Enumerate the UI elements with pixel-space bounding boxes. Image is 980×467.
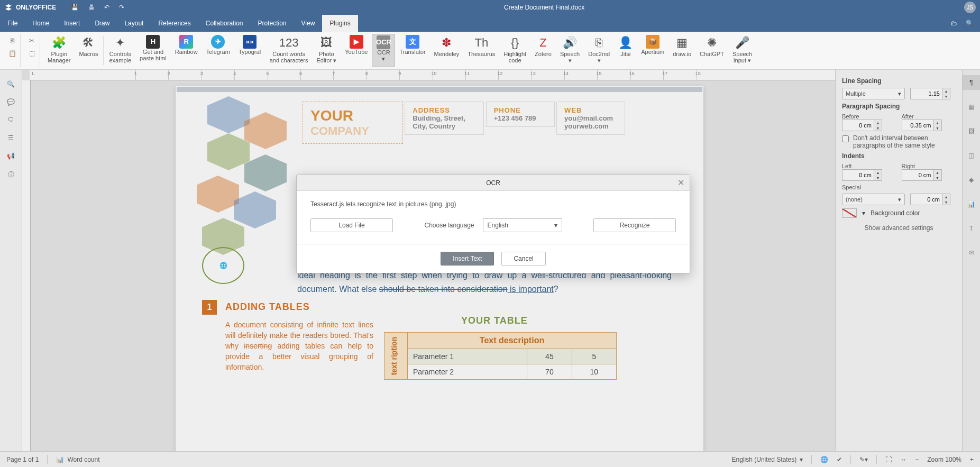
dialog-titlebar[interactable]: OCR ✕ [297, 175, 690, 191]
plugin-telegram[interactable]: ✈Telegram [202, 34, 234, 67]
plugin-controls[interactable]: ✦Controlsexample [105, 34, 135, 67]
titlebar: ONLYOFFICE 💾 🖶 ↶ ↷ Create Document Final… [0, 0, 980, 15]
dialog-title: OCR [486, 179, 500, 187]
redo-icon[interactable]: ↷ [119, 4, 124, 11]
plugin-speech[interactable]: 🔊Speech▾ [556, 34, 584, 67]
plugin-get-and[interactable]: HGet andpaste html [135, 34, 171, 67]
app-name: ONLYOFFICE [16, 4, 56, 11]
tab-collaboration[interactable]: Collaboration [198, 15, 251, 32]
app-logo: ONLYOFFICE [4, 3, 56, 12]
undo-icon[interactable]: ↶ [104, 4, 109, 11]
user-avatar[interactable]: JS [964, 2, 976, 13]
plugin-translator[interactable]: 文Translator [395, 34, 429, 67]
tab-plugins[interactable]: Plugins [322, 15, 358, 32]
tab-file[interactable]: File [0, 15, 25, 32]
paste-icon[interactable]: 📋 [7, 49, 17, 58]
plugin-speech[interactable]: 🎤Speechinput ▾ [728, 34, 756, 67]
open-location-icon[interactable]: 🗁 [951, 20, 957, 27]
plugin-zotero[interactable]: ZZotero [530, 34, 556, 67]
plugin-jitsi[interactable]: 👤Jitsi [614, 34, 637, 67]
cancel-button[interactable]: Cancel [501, 252, 545, 265]
close-icon[interactable]: ✕ [677, 178, 684, 188]
tab-view[interactable]: View [294, 15, 323, 32]
insert-text-button[interactable]: Insert Text [441, 252, 494, 265]
plugin-typograf[interactable]: «»Typograf [234, 34, 265, 67]
document-title: Create Document Final.docx [124, 4, 964, 11]
tab-layout[interactable]: Layout [117, 15, 151, 32]
plugin-apertium[interactable]: 📦Apertium [637, 34, 668, 67]
tab-protection[interactable]: Protection [251, 15, 294, 32]
dialog-description: Tesseract.js lets recognize text in pict… [310, 200, 676, 208]
plugin-thesaurus[interactable]: ThThesaurus [463, 34, 499, 67]
plugin-doc2md[interactable]: ⎘Doc2md▾ [584, 34, 614, 67]
plugin-draw-io[interactable]: ▦draw.io [668, 34, 695, 67]
plugin-rainbow[interactable]: RRainbow [171, 34, 202, 67]
language-select[interactable]: English▾ [483, 218, 562, 232]
save-icon[interactable]: 💾 [71, 4, 79, 11]
language-label: Choose language [424, 222, 474, 229]
menubar: FileHomeInsertDrawLayoutReferencesCollab… [0, 15, 980, 32]
tab-draw[interactable]: Draw [87, 15, 117, 32]
plugin-macros[interactable]: 🛠Macros [75, 34, 102, 67]
tab-insert[interactable]: Insert [57, 15, 87, 32]
onlyoffice-icon [4, 3, 13, 12]
select-icon[interactable]: ⬚ [27, 49, 36, 58]
tab-references[interactable]: References [151, 15, 198, 32]
ribbon: ⎘ 📋 ✂ ⬚ 🧩PluginManager🛠Macros✦Controlsex… [0, 32, 980, 70]
copy-icon[interactable]: ⎘ [7, 36, 17, 45]
plugin-photo[interactable]: 🖼PhotoEditor ▾ [312, 34, 341, 67]
plugin-mendeley[interactable]: ✽Mendeley [430, 34, 464, 67]
plugin-chatgpt[interactable]: ✺ChatGPT [695, 34, 728, 67]
cut-icon[interactable]: ✂ [27, 36, 36, 45]
load-file-button[interactable]: Load File [310, 218, 393, 232]
print-icon[interactable]: 🖶 [88, 4, 95, 11]
quick-access-toolbar: 💾 🖶 ↶ ↷ [71, 4, 124, 11]
plugin-youtube[interactable]: ▶YouTube [341, 34, 372, 67]
plugin-plugin[interactable]: 🧩PluginManager [43, 34, 75, 67]
recognize-button[interactable]: Recognize [593, 218, 676, 232]
search-icon[interactable]: 🔍 [966, 20, 974, 27]
ocr-dialog: OCR ✕ Tesseract.js lets recognize text i… [296, 175, 690, 273]
tab-home[interactable]: Home [25, 15, 57, 32]
plugin-count-words[interactable]: 123Count wordsand characters [265, 34, 313, 67]
plugin-ocr[interactable]: OCROCR▾ [372, 34, 395, 67]
plugin-highlight[interactable]: {}Highlightcode [499, 34, 530, 67]
